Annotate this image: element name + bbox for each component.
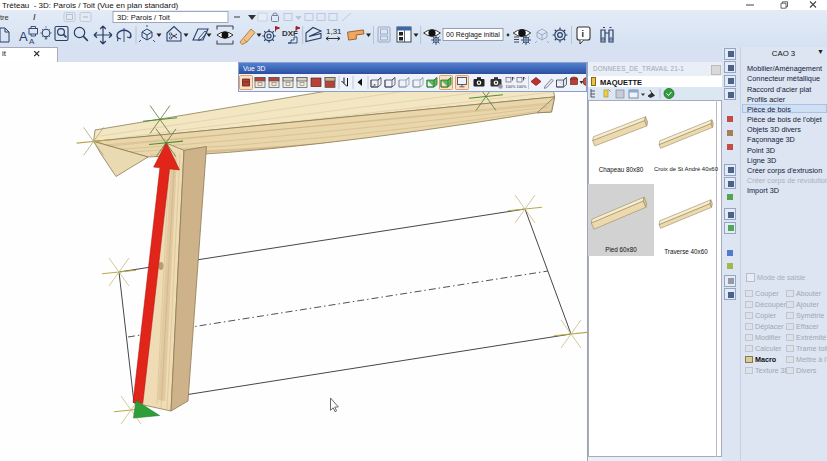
svg-text:1,31: 1,31	[326, 27, 342, 36]
svg-text:A: A	[29, 37, 35, 46]
svg-text:100%: 100%	[517, 84, 527, 89]
svg-text:100%: 100%	[506, 84, 516, 89]
svg-text:00 Réglage initial: 00 Réglage initial	[446, 31, 500, 39]
svg-text:i: i	[582, 29, 585, 39]
svg-text:I: I	[33, 12, 36, 22]
svg-text:tre: tre	[0, 13, 9, 22]
svg-text:3D: Parois / Toit: 3D: Parois / Toit	[117, 13, 171, 22]
svg-text:A: A	[19, 29, 28, 44]
